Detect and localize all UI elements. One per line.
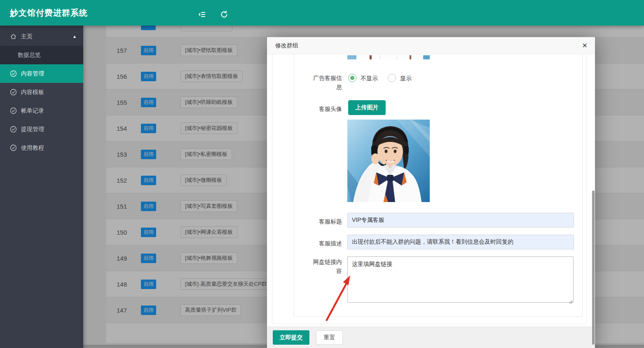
customer-service-photo [347, 120, 430, 202]
netdisk-textarea[interactable]: 这里填网盘链接 [347, 256, 574, 303]
submit-button[interactable]: 立即提交 [273, 330, 309, 345]
modal-footer: 立即提交 重置 [267, 327, 595, 348]
upload-image-button[interactable]: 上传图片 [348, 100, 386, 115]
sidebar-item-content-manage[interactable]: 内容管理 [0, 64, 83, 83]
modal-header: 修改群组 ✕ [267, 37, 595, 54]
sidebar: 主页 ▲ 数据总览 内容管理 内容模板 帐单记录 [0, 26, 83, 348]
sidebar-item-withdraw-manage[interactable]: 提现管理 [0, 120, 83, 139]
radio-hide-label[interactable]: 不显示 [361, 74, 378, 82]
sidebar-item-label: 数据总览 [18, 52, 41, 59]
modal-scrollbar-thumb[interactable] [592, 190, 595, 345]
ad-service-label: 广告客服信息 [311, 73, 342, 92]
radio-show-label[interactable]: 显示 [400, 74, 412, 82]
menu-collapse-icon[interactable] [197, 10, 206, 19]
service-desc-label: 客服描述 [311, 239, 342, 248]
avatar-label: 客服头像 [311, 104, 342, 113]
sidebar-item-home[interactable]: 主页 ▲ [0, 27, 83, 46]
sidebar-item-bill-records[interactable]: 帐单记录 [0, 101, 83, 120]
edit-group-modal: 修改群组 ✕ 广告客服信息 不显示 显示 [267, 37, 595, 348]
sidebar-item-label: 帐单记录 [21, 107, 44, 115]
check-circle-icon [10, 144, 17, 151]
check-circle-icon [10, 89, 17, 96]
top-bar: 妙文馆付费进群系统 [0, 0, 644, 26]
chevron-up-icon: ▲ [73, 34, 77, 39]
close-icon[interactable]: ✕ [581, 37, 588, 54]
netdisk-label: 网盘链接内容 [311, 257, 342, 275]
modal-body: 广告客服信息 不显示 显示 客服头像 上传图片 [267, 54, 595, 327]
cropped-photo-sliver [347, 54, 430, 59]
sidebar-item-label: 使用教程 [21, 144, 44, 152]
service-desc-input[interactable] [347, 235, 574, 249]
sidebar-item-tutorial[interactable]: 使用教程 [0, 139, 83, 157]
sidebar-item-label: 主页 [21, 33, 33, 40]
radio-show[interactable] [388, 74, 396, 82]
textarea-resize-handle[interactable] [569, 298, 573, 302]
refresh-icon[interactable] [220, 10, 229, 19]
modal-title: 修改群组 [267, 42, 298, 49]
sidebar-item-label: 内容管理 [21, 70, 44, 78]
app-screen: 157 启用 [城市]•壁纸取图模板 156 启用 [城市]•表情包取图模板 1… [0, 0, 644, 348]
reset-button[interactable]: 重置 [316, 330, 343, 345]
sidebar-item-content-template[interactable]: 内容模板 [0, 83, 83, 101]
sidebar-item-label: 内容模板 [21, 89, 44, 96]
home-icon [10, 33, 17, 40]
sidebar-item-label: 提现管理 [21, 126, 44, 133]
service-title-label: 客服标题 [311, 217, 342, 226]
check-circle-icon [10, 70, 17, 77]
app-title: 妙文馆付费进群系统 [0, 7, 88, 19]
check-circle-icon [10, 126, 17, 133]
sidebar-item-data-overview[interactable]: 数据总览 [0, 46, 83, 64]
service-title-input[interactable] [347, 213, 574, 228]
radio-hide[interactable] [348, 74, 356, 82]
check-circle-icon [10, 107, 17, 114]
